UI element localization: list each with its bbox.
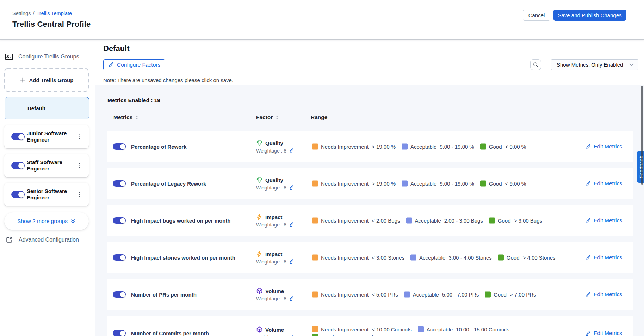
kebab-menu-icon[interactable] [76, 191, 83, 198]
edit-weightage-icon[interactable] [289, 185, 294, 190]
add-trellis-group-button[interactable]: Add Trellis Group [4, 68, 89, 92]
range-item: Acceptable 9.00 - 19.00 % [402, 181, 474, 187]
edit-weightage-icon[interactable] [289, 222, 294, 227]
range-label: Needs Improvement [321, 255, 369, 261]
weightage-text: Weightage : 8 [256, 148, 286, 154]
sort-icon[interactable] [135, 115, 138, 120]
metrics-enabled-count: Metrics Enabled : 19 [107, 97, 160, 104]
group-toggle[interactable] [11, 191, 25, 198]
weightage: Weightage : 8 [256, 335, 294, 336]
search-button[interactable] [530, 59, 541, 70]
edit-metrics-label: Edit Metrics [594, 291, 622, 298]
range-value: < 3.00 Stories [372, 255, 404, 261]
group-label: Senior Software Engineer [27, 188, 78, 201]
range-color-swatch [406, 218, 412, 224]
edit-weightage-icon[interactable] [289, 148, 294, 153]
column-header-factor[interactable]: Factor [256, 114, 279, 120]
metric-name: Percentage of Rework [131, 144, 187, 150]
factor: Volume [256, 326, 294, 333]
show-more-groups-button[interactable]: Show 2 more groups [4, 212, 89, 230]
metric-toggle[interactable] [113, 180, 126, 187]
edit-metrics-button[interactable]: Edit Metrics [586, 254, 622, 261]
range-item: Acceptable 3.00 - 4.00 Stories [410, 255, 492, 261]
factor-name: Impact [265, 251, 282, 257]
chevrons-down-icon [70, 219, 76, 224]
kebab-menu-icon[interactable] [76, 162, 83, 169]
sidebar-group-card[interactable]: Junior Software Engineer [4, 125, 89, 148]
breadcrumb-settings[interactable]: Settings [12, 11, 31, 16]
toggle-knob [18, 134, 24, 140]
group-toggle[interactable] [11, 133, 25, 140]
sort-icon[interactable] [275, 115, 279, 120]
column-header-range-label: Range [311, 114, 327, 120]
metric-toggle[interactable] [113, 291, 126, 298]
breadcrumb-trellis-template[interactable]: Trellis Template [36, 11, 72, 16]
sidebar-group-card[interactable]: Staff Software Engineer [4, 154, 89, 177]
range-item: Acceptable 9.00 - 19.00 % [402, 144, 474, 150]
range-cell: Needs Improvement < 10.00 Commits Accept… [312, 326, 578, 336]
metric-name: Percentage of Legacy Rework [131, 181, 206, 187]
range-value: 9.00 - 19.00 % [440, 181, 474, 187]
range-item: Good > 3.00 Bugs [489, 218, 542, 224]
range-label: Acceptable [410, 144, 436, 150]
column-header-factor-label: Factor [256, 114, 273, 120]
column-header-metrics[interactable]: Metrics [113, 114, 138, 120]
edit-metrics-button[interactable]: Edit Metrics [586, 180, 622, 187]
factor-icon [256, 177, 263, 183]
edit-metrics-button[interactable]: Edit Metrics [586, 291, 622, 298]
metric-toggle[interactable] [113, 254, 126, 261]
edit-weightage-icon[interactable] [289, 335, 294, 336]
range-value: < 10.00 Commits [372, 326, 412, 332]
edit-weightage-icon[interactable] [289, 259, 294, 264]
range-item: Good > 4.00 Stories [498, 255, 556, 261]
metric-name: High Impact bugs worked on per month [131, 218, 231, 224]
metrics-table-area: Metrics Enabled : 19 Metrics Factor Rang… [95, 85, 644, 336]
configure-trellis-groups-header: Configure Trellis Groups [5, 53, 79, 60]
range-label: Acceptable [427, 326, 453, 332]
toggle-knob [18, 163, 24, 169]
range-value: < 9.00 % [505, 144, 526, 150]
range-item: Needs Improvement > 19.00 % [312, 144, 396, 150]
metric-row: Percentage of Legacy Rework Quality [107, 168, 633, 199]
range-value: > 19.00 % [372, 144, 396, 150]
edit-metrics-button[interactable]: Edit Metrics [586, 217, 622, 224]
range-label: Needs Improvement [321, 218, 369, 224]
save-and-publish-button[interactable]: Save and Publish Changes [553, 10, 626, 21]
range-item: Good < 9.00 % [480, 144, 526, 150]
range-color-swatch [312, 326, 318, 332]
edit-metrics-button[interactable]: Edit Metrics [586, 330, 622, 336]
configure-factors-button[interactable]: Configure Factors [103, 59, 165, 70]
metric-toggle[interactable] [113, 330, 126, 336]
edit-weightage-icon[interactable] [289, 296, 294, 301]
quality-gem-icon [256, 140, 263, 147]
cancel-button[interactable]: Cancel [523, 10, 550, 21]
advanced-configuration-link[interactable]: Advanced Configuration [6, 236, 79, 243]
vertical-scrollbar-thumb[interactable] [641, 86, 643, 185]
sidebar-group-default[interactable]: Default [5, 97, 89, 119]
weightage-text: Weightage : 8 [256, 296, 286, 301]
toggle-knob [120, 181, 125, 186]
sidebar-group-card[interactable]: Senior Software Engineer [4, 183, 89, 206]
table-header-row: Metrics Factor Range [107, 114, 633, 120]
group-toggle[interactable] [11, 162, 25, 169]
show-more-groups-label: Show 2 more groups [17, 218, 68, 224]
range-item: Good > 7.00 PRs [485, 292, 536, 298]
range-color-swatch [480, 144, 486, 150]
group-label: Staff Software Engineer [27, 159, 78, 172]
factor: Quality [256, 177, 294, 183]
weightage: Weightage : 8 [256, 222, 294, 228]
metric-toggle[interactable] [113, 143, 126, 150]
metric-toggle[interactable] [113, 217, 126, 224]
edit-metrics-button[interactable]: Edit Metrics [586, 143, 622, 150]
factor-icon [256, 140, 263, 147]
kebab-menu-icon[interactable] [76, 133, 83, 141]
metric-row: Percentage of Rework Quality Weight [107, 131, 633, 162]
show-metrics-dropdown[interactable]: Show Metrics: Only Enabled [551, 59, 638, 70]
edit-metrics-label: Edit Metrics [594, 217, 622, 224]
range-label: Needs Improvement [321, 181, 369, 187]
pencil-icon [108, 62, 114, 68]
factor-cell: Quality Weightage : 8 [256, 140, 294, 154]
group-label: Junior Software Engineer [27, 130, 78, 143]
metric-row: Number of PRs per month Volume Weig [107, 279, 633, 310]
main-header: Default Configure Factors Show Metrics: … [95, 40, 644, 85]
